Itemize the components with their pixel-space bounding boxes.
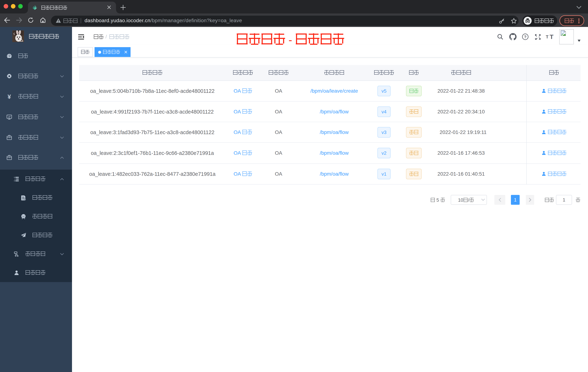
- svg-text:?: ?: [524, 34, 526, 39]
